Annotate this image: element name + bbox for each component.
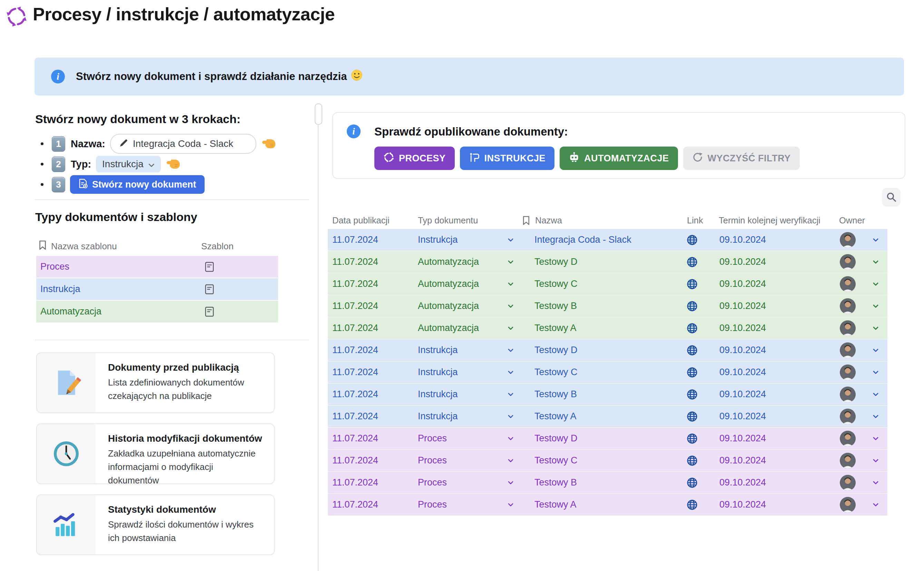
type-dropdown-chevron-icon[interactable] — [508, 251, 514, 273]
table-row[interactable]: 11.07.2024 Instrukcja Testowy B 09.10.20… — [328, 383, 887, 405]
type-dropdown-chevron-icon[interactable] — [508, 361, 514, 383]
globe-link-icon[interactable] — [687, 251, 698, 273]
type-dropdown-chevron-icon[interactable] — [508, 295, 514, 317]
bookmark-icon — [38, 240, 47, 253]
owner-avatar[interactable] — [840, 229, 856, 251]
document-name-input[interactable] — [132, 138, 248, 150]
row-expand-chevron-icon[interactable] — [873, 472, 878, 494]
template-name[interactable]: Automatyzacja — [40, 306, 101, 317]
type-dropdown-chevron-icon[interactable] — [508, 339, 514, 361]
filter-procesy-button[interactable]: PROCESY — [375, 147, 455, 170]
globe-link-icon[interactable] — [687, 383, 698, 405]
owner-avatar[interactable] — [840, 406, 856, 427]
template-row-proces[interactable]: Proces — [36, 256, 278, 278]
row-expand-chevron-icon[interactable] — [873, 229, 878, 251]
type-dropdown-chevron-icon[interactable] — [508, 229, 514, 251]
globe-link-icon[interactable] — [687, 339, 698, 361]
table-row[interactable]: 11.07.2024 Proces Testowy A 09.10.2024 — [328, 494, 887, 515]
cell-document-type: Instrukcja — [418, 339, 458, 361]
column-divider-handle[interactable] — [315, 103, 322, 125]
type-dropdown-chevron-icon[interactable] — [508, 317, 514, 339]
owner-avatar[interactable] — [840, 494, 856, 515]
card-document-statistics[interactable]: Statystyki dokumentów Sprawdź ilości dok… — [36, 494, 275, 555]
type-dropdown-chevron-icon[interactable] — [508, 383, 514, 405]
globe-link-icon[interactable] — [687, 472, 698, 494]
globe-link-icon[interactable] — [687, 317, 698, 339]
type-dropdown-chevron-icon[interactable] — [508, 427, 514, 449]
document-plus-icon — [78, 178, 88, 191]
type-dropdown-chevron-icon[interactable] — [508, 494, 514, 515]
owner-avatar[interactable] — [840, 427, 856, 449]
row-expand-chevron-icon[interactable] — [873, 494, 878, 515]
row-expand-chevron-icon[interactable] — [873, 251, 878, 273]
row-expand-chevron-icon[interactable] — [873, 450, 878, 471]
template-row-instrukcja[interactable]: Instrukcja — [36, 278, 278, 300]
table-row[interactable]: 11.07.2024 Instrukcja Testowy C 09.10.20… — [328, 361, 887, 383]
owner-avatar[interactable] — [840, 361, 856, 383]
table-row[interactable]: 11.07.2024 Automatyzacja Testowy A 09.10… — [328, 317, 887, 339]
cell-document-name: Testowy C — [534, 273, 577, 295]
globe-link-icon[interactable] — [687, 361, 698, 383]
cell-next-verification-date: 09.10.2024 — [720, 406, 766, 427]
table-row[interactable]: 11.07.2024 Proces Testowy D 09.10.2024 — [328, 427, 887, 449]
type-dropdown-chevron-icon[interactable] — [508, 450, 514, 471]
row-expand-chevron-icon[interactable] — [873, 339, 878, 361]
type-dropdown-chevron-icon[interactable] — [508, 472, 514, 494]
row-expand-chevron-icon[interactable] — [873, 273, 878, 295]
table-row[interactable]: 11.07.2024 Proces Testowy C 09.10.2024 — [328, 450, 887, 471]
globe-link-icon[interactable] — [687, 406, 698, 427]
owner-avatar[interactable] — [840, 273, 856, 295]
process-cycle-icon — [6, 6, 28, 28]
create-document-button[interactable]: Stwórz nowy dokument — [70, 175, 204, 194]
template-row-automatyzacja[interactable]: Automatyzacja — [36, 301, 278, 323]
card-modification-history[interactable]: Historia modyfikacji dokumentów Zakładka… — [36, 423, 275, 484]
owner-avatar[interactable] — [840, 383, 856, 405]
template-name[interactable]: Proces — [40, 261, 70, 272]
template-doc-icon[interactable] — [204, 261, 214, 275]
bullet — [41, 163, 43, 165]
row-expand-chevron-icon[interactable] — [873, 406, 878, 427]
table-row[interactable]: 11.07.2024 Instrukcja Testowy D 09.10.20… — [328, 339, 887, 361]
table-row[interactable]: 11.07.2024 Automatyzacja Testowy B 09.10… — [328, 295, 887, 317]
template-doc-icon[interactable] — [204, 284, 214, 297]
filter-automatyzacje-button[interactable]: AUTOMATYZACJE — [560, 147, 678, 170]
globe-link-icon[interactable] — [687, 229, 698, 251]
globe-link-icon[interactable] — [687, 273, 698, 295]
table-row[interactable]: 11.07.2024 Proces Testowy B 09.10.2024 — [328, 472, 887, 494]
divider — [35, 199, 309, 200]
type-dropdown-chevron-icon[interactable] — [508, 406, 514, 427]
row-expand-chevron-icon[interactable] — [873, 317, 878, 339]
table-row[interactable]: 11.07.2024 Instrukcja Integracja Coda - … — [328, 229, 887, 251]
signpost-icon — [469, 152, 480, 165]
document-name-field[interactable] — [110, 134, 256, 154]
row-expand-chevron-icon[interactable] — [873, 383, 878, 405]
type-dropdown-chevron-icon[interactable] — [508, 273, 514, 295]
templates-table: Nazwa szablonu Szablon Proces Instrukcja… — [36, 237, 278, 323]
document-type-select[interactable]: Instrukcja — [96, 156, 161, 173]
table-search-button[interactable] — [882, 188, 901, 207]
clear-filters-button[interactable]: WYCZYŚĆ FILTRY — [683, 147, 800, 170]
owner-avatar[interactable] — [840, 317, 856, 339]
row-expand-chevron-icon[interactable] — [873, 361, 878, 383]
owner-avatar[interactable] — [840, 472, 856, 494]
owner-avatar[interactable] — [840, 295, 856, 317]
row-expand-chevron-icon[interactable] — [873, 427, 878, 449]
globe-link-icon[interactable] — [687, 450, 698, 471]
globe-link-icon[interactable] — [687, 494, 698, 515]
globe-link-icon[interactable] — [687, 295, 698, 317]
col-data-publikacji: Data publikacji — [332, 213, 390, 228]
cell-document-type: Instrukcja — [418, 383, 458, 405]
row-expand-chevron-icon[interactable] — [873, 295, 878, 317]
table-row[interactable]: 11.07.2024 Automatyzacja Testowy C 09.10… — [328, 273, 887, 295]
template-name[interactable]: Instrukcja — [40, 284, 80, 295]
table-row[interactable]: 11.07.2024 Automatyzacja Testowy D 09.10… — [328, 251, 887, 273]
card-documents-before-publication[interactable]: Dokumenty przed publikacją Lista zdefini… — [36, 352, 275, 413]
filter-label: AUTOMATYZACJE — [584, 153, 669, 164]
globe-link-icon[interactable] — [687, 427, 698, 449]
owner-avatar[interactable] — [840, 450, 856, 471]
owner-avatar[interactable] — [840, 251, 856, 273]
template-doc-icon[interactable] — [204, 306, 214, 319]
owner-avatar[interactable] — [840, 339, 856, 361]
filter-instrukcje-button[interactable]: INSTRUKCJE — [460, 147, 555, 170]
table-row[interactable]: 11.07.2024 Instrukcja Testowy A 09.10.20… — [328, 406, 887, 427]
